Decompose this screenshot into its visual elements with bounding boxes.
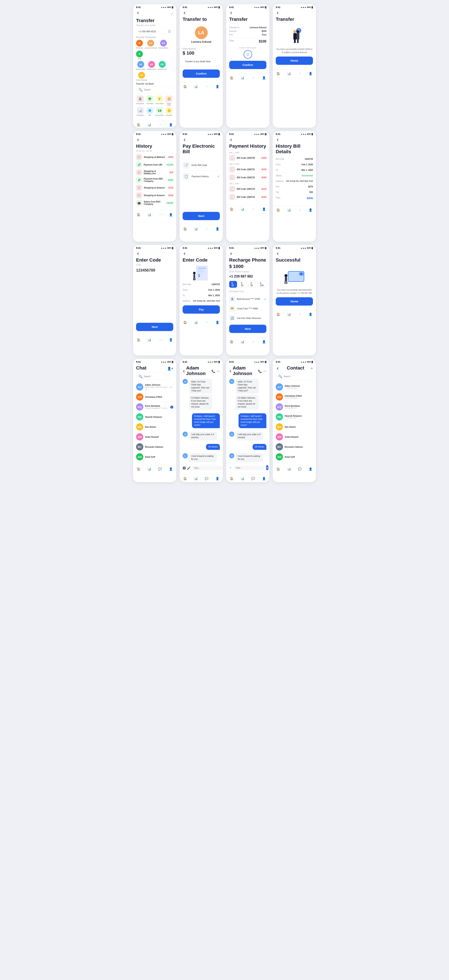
bank-item[interactable]: 🪙 Coin Bank xyxy=(165,107,173,116)
history-item[interactable]: 🛒 Shopping at Walmart -$300 xyxy=(136,154,173,160)
nav-home[interactable]: 🏠 xyxy=(229,476,234,480)
phone-icon[interactable]: 📞 xyxy=(258,369,262,373)
bank-item[interactable]: 🌳 Tree Bank xyxy=(146,95,154,106)
code-value[interactable]: 123456789 xyxy=(136,268,173,273)
nav-transfer[interactable]: ↗ xyxy=(158,213,162,217)
bank-item[interactable]: 🪙 Master Bank xyxy=(165,95,173,106)
back-button[interactable] xyxy=(183,369,186,374)
search-box[interactable]: 🔍 xyxy=(136,86,173,93)
credit-card-option[interactable]: 💳 Credit Card ***** 8999 xyxy=(229,304,266,313)
search-input[interactable] xyxy=(283,375,310,378)
nav-chart[interactable]: 📊 xyxy=(147,338,151,342)
payment-history-item[interactable]: 📋 Payment History ✓ xyxy=(183,171,220,182)
nav-chart[interactable]: 📊 xyxy=(240,476,245,480)
search-input[interactable] xyxy=(144,89,171,91)
nav-home[interactable]: 🏠 xyxy=(276,72,280,76)
nav-chart[interactable]: 📊 xyxy=(147,123,151,127)
back-button[interactable] xyxy=(136,11,141,15)
contact-item[interactable]: NA Neo Alston xyxy=(276,422,313,432)
message-input[interactable] xyxy=(233,466,265,470)
nav-chart[interactable]: 📊 xyxy=(147,467,151,471)
nav-profile[interactable]: 👤 xyxy=(169,123,173,127)
history-item[interactable]: 💸 Payment from ABC Company +$200 xyxy=(136,177,173,183)
back-button[interactable] xyxy=(229,137,234,142)
contact-item[interactable]: HS Haseeb Simpson +1 109 136 167 xyxy=(276,412,313,422)
nav-profile[interactable]: 👤 xyxy=(262,340,266,344)
contact-item[interactable]: AG Amai Goff xyxy=(276,452,313,462)
next-button[interactable]: Next xyxy=(229,325,266,333)
chat-item[interactable]: KQ Keira Quintana I have a question? - 1… xyxy=(136,402,173,412)
back-button[interactable] xyxy=(136,137,141,142)
contact-item[interactable]: KA Kirtya Attnna xyxy=(159,40,168,49)
nav-chart[interactable]: 📊 xyxy=(287,72,291,76)
nav-profile[interactable]: 👤 xyxy=(309,208,313,212)
home-button[interactable]: Home xyxy=(276,57,313,65)
nav-profile[interactable]: 👤 xyxy=(262,76,266,80)
add-contact-button[interactable]: + xyxy=(310,366,313,371)
history-item[interactable]: 🛒 Shopping at Amazon -$120 xyxy=(136,185,173,191)
search-input[interactable] xyxy=(144,375,171,378)
nav-home[interactable]: 🏠 xyxy=(136,338,140,342)
chat-item[interactable]: CO Christiana O'Neil xyxy=(136,392,173,402)
back-button[interactable] xyxy=(276,137,280,142)
nav-transfer[interactable]: ↗ xyxy=(251,340,255,344)
nav-transfer[interactable]: ↗ xyxy=(298,208,302,212)
nav-chart[interactable]: 📊 xyxy=(287,208,291,212)
nav-profile[interactable]: 👤 xyxy=(262,476,266,480)
nav-transfer[interactable]: ↗ xyxy=(298,312,302,317)
bank-item[interactable]: 💵 Money Bank xyxy=(155,107,164,116)
nav-profile[interactable]: 👤 xyxy=(262,207,266,211)
mic-icon[interactable]: 🎤 xyxy=(187,466,191,470)
nav-home[interactable]: 🏠 xyxy=(276,208,280,212)
nav-profile[interactable]: 👤 xyxy=(309,72,313,76)
contact-item[interactable]: CO Christiana O'Neil +1 293 864 (381) xyxy=(276,392,313,402)
bank-item[interactable]: 🌾 Scram Bank xyxy=(155,95,164,106)
phone-icon[interactable]: 📞 xyxy=(212,369,215,373)
phone-input-field[interactable]: 📋 xyxy=(136,28,173,34)
nav-chart[interactable]: 📊 xyxy=(194,227,198,231)
nav-chart[interactable]: 📊 xyxy=(240,340,245,344)
nav-chart[interactable]: 📊 xyxy=(287,312,291,317)
payment-item[interactable]: 🧾 Bill Code 1284723 -$120 xyxy=(229,186,266,192)
back-button[interactable] xyxy=(276,11,280,15)
back-button[interactable] xyxy=(276,251,280,256)
nav-home[interactable]: 🏠 xyxy=(229,340,234,344)
more-icon[interactable]: ⋯ xyxy=(217,369,220,373)
chip-100[interactable]: $ 100 xyxy=(258,281,266,288)
history-item[interactable]: 💸 Payment from UBI +$1200 xyxy=(136,162,173,168)
contact-item[interactable]: RC Riccardo Calhoun xyxy=(276,442,313,452)
nav-home[interactable]: 🏠 xyxy=(229,76,234,80)
nav-home[interactable]: 🏠 xyxy=(136,213,140,217)
contact-item[interactable]: AH Anita Howard xyxy=(276,432,313,442)
confirm-button[interactable]: Confirm xyxy=(183,70,220,78)
back-button[interactable] xyxy=(136,251,141,256)
add-contact-icon[interactable]: 👤+ xyxy=(167,366,173,371)
back-button[interactable] xyxy=(229,251,234,256)
contact-item[interactable]: LA Leonora Ankund xyxy=(145,40,157,49)
nav-profile[interactable]: 👤 xyxy=(169,213,173,217)
chip-10[interactable]: $ 10 xyxy=(229,281,237,288)
contact-item[interactable]: R Rudi xyxy=(136,51,143,60)
contact-item[interactable]: PH Porter Hannah xyxy=(136,72,147,81)
back-button[interactable] xyxy=(183,251,187,256)
nav-chart[interactable]: 📊 xyxy=(194,320,198,325)
pay-button[interactable]: Pay xyxy=(183,305,220,313)
back-button[interactable] xyxy=(183,11,187,15)
search-box[interactable]: 🔍 xyxy=(276,373,313,380)
nav-chart[interactable]: 📊 xyxy=(240,207,245,211)
chip-50[interactable]: $ 50 xyxy=(248,281,256,288)
contact-item[interactable]: AA Arinna Aure xyxy=(147,61,156,70)
confirm-button[interactable]: Confirm xyxy=(229,61,266,69)
enter-bill-code-item[interactable]: 📝 Enter Bill Code xyxy=(183,159,220,171)
phone-input[interactable] xyxy=(139,30,168,33)
nav-profile[interactable]: 👤 xyxy=(169,338,173,342)
message-input[interactable] xyxy=(192,466,223,470)
nav-profile[interactable]: 👤 xyxy=(309,312,313,317)
nav-profile[interactable]: 👤 xyxy=(215,320,220,325)
nav-transfer[interactable]: ↗ xyxy=(251,76,255,80)
nav-transfer[interactable]: ↗ xyxy=(158,338,162,342)
nav-home[interactable]: 🏠 xyxy=(276,467,280,471)
bank-item[interactable]: 🏦 Great Bank xyxy=(136,95,144,106)
nav-chart[interactable]: 📊 xyxy=(240,76,245,80)
nav-transfer[interactable]: ↗ xyxy=(204,227,209,231)
